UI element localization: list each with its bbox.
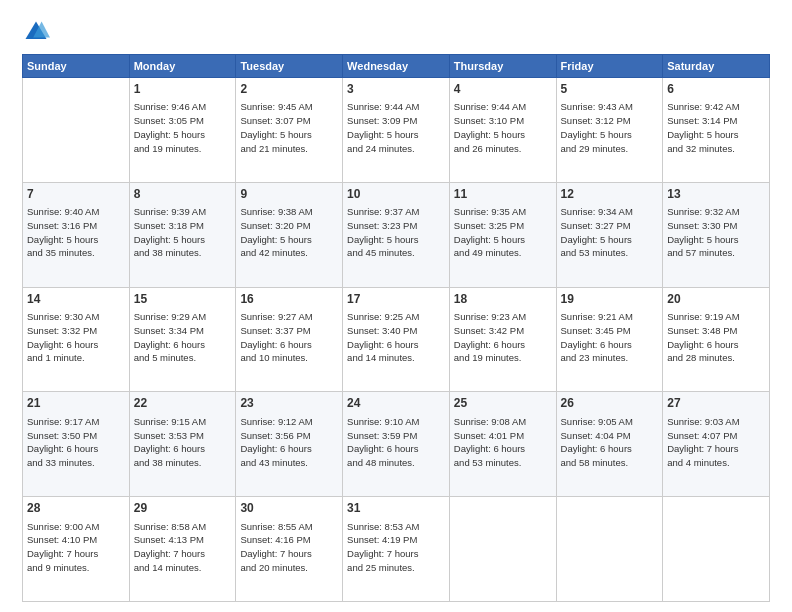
day-info-line: and 10 minutes. [240, 352, 308, 363]
day-info-line: Sunrise: 8:58 AM [134, 521, 206, 532]
day-info-line: Sunrise: 9:25 AM [347, 311, 419, 322]
day-info-line: Sunrise: 9:03 AM [667, 416, 739, 427]
calendar-cell: 10Sunrise: 9:37 AMSunset: 3:23 PMDayligh… [343, 182, 450, 287]
day-number: 23 [240, 395, 338, 412]
day-info-line: Sunrise: 8:53 AM [347, 521, 419, 532]
day-info-line: and 20 minutes. [240, 562, 308, 573]
calendar-cell: 3Sunrise: 9:44 AMSunset: 3:09 PMDaylight… [343, 78, 450, 183]
calendar-cell: 9Sunrise: 9:38 AMSunset: 3:20 PMDaylight… [236, 182, 343, 287]
day-info-line: Daylight: 6 hours [27, 339, 98, 350]
day-info-line: and 14 minutes. [347, 352, 415, 363]
day-info-line: Daylight: 6 hours [454, 443, 525, 454]
calendar-cell: 4Sunrise: 9:44 AMSunset: 3:10 PMDaylight… [449, 78, 556, 183]
day-info-line: Sunrise: 9:43 AM [561, 101, 633, 112]
day-number: 6 [667, 81, 765, 98]
day-number: 9 [240, 186, 338, 203]
day-number: 30 [240, 500, 338, 517]
day-info-line: Daylight: 7 hours [347, 548, 418, 559]
day-info-line: Daylight: 5 hours [454, 129, 525, 140]
day-info-line: Sunset: 4:16 PM [240, 534, 310, 545]
day-info-line: and 26 minutes. [454, 143, 522, 154]
day-number: 18 [454, 291, 552, 308]
day-info-line: Sunset: 3:10 PM [454, 115, 524, 126]
calendar-cell [449, 497, 556, 602]
day-info-line: Sunrise: 9:30 AM [27, 311, 99, 322]
day-info-line: Daylight: 6 hours [27, 443, 98, 454]
day-info-line: Sunrise: 9:38 AM [240, 206, 312, 217]
day-info-line: and 14 minutes. [134, 562, 202, 573]
calendar-cell: 17Sunrise: 9:25 AMSunset: 3:40 PMDayligh… [343, 287, 450, 392]
day-info-line: Daylight: 5 hours [240, 129, 311, 140]
day-info-line: and 29 minutes. [561, 143, 629, 154]
day-info-line: Daylight: 5 hours [240, 234, 311, 245]
day-info-line: Sunset: 3:45 PM [561, 325, 631, 336]
day-info-line: and 33 minutes. [27, 457, 95, 468]
day-info-line: Daylight: 5 hours [454, 234, 525, 245]
calendar-cell: 19Sunrise: 9:21 AMSunset: 3:45 PMDayligh… [556, 287, 663, 392]
day-number: 16 [240, 291, 338, 308]
day-info-line: and 28 minutes. [667, 352, 735, 363]
day-info-line: Sunset: 4:19 PM [347, 534, 417, 545]
calendar-cell: 21Sunrise: 9:17 AMSunset: 3:50 PMDayligh… [23, 392, 130, 497]
day-info-line: Sunrise: 9:37 AM [347, 206, 419, 217]
day-info-line: and 32 minutes. [667, 143, 735, 154]
day-info-line: Sunset: 3:53 PM [134, 430, 204, 441]
day-info-line: Sunrise: 9:46 AM [134, 101, 206, 112]
day-info-line: and 43 minutes. [240, 457, 308, 468]
day-info-line: Sunrise: 9:44 AM [347, 101, 419, 112]
calendar-cell: 2Sunrise: 9:45 AMSunset: 3:07 PMDaylight… [236, 78, 343, 183]
weekday-header-wednesday: Wednesday [343, 55, 450, 78]
day-number: 5 [561, 81, 659, 98]
header [22, 18, 770, 46]
calendar-week-row: 1Sunrise: 9:46 AMSunset: 3:05 PMDaylight… [23, 78, 770, 183]
calendar-table: SundayMondayTuesdayWednesdayThursdayFrid… [22, 54, 770, 602]
day-info-line: Sunrise: 9:27 AM [240, 311, 312, 322]
calendar-cell: 31Sunrise: 8:53 AMSunset: 4:19 PMDayligh… [343, 497, 450, 602]
calendar-week-row: 14Sunrise: 9:30 AMSunset: 3:32 PMDayligh… [23, 287, 770, 392]
day-info-line: Sunrise: 9:45 AM [240, 101, 312, 112]
page: SundayMondayTuesdayWednesdayThursdayFrid… [0, 0, 792, 612]
day-info-line: Sunrise: 9:32 AM [667, 206, 739, 217]
day-info-line: and 49 minutes. [454, 247, 522, 258]
day-info-line: Sunrise: 9:39 AM [134, 206, 206, 217]
day-info-line: Daylight: 5 hours [347, 234, 418, 245]
logo-icon [22, 18, 50, 46]
calendar-cell: 30Sunrise: 8:55 AMSunset: 4:16 PMDayligh… [236, 497, 343, 602]
weekday-header-saturday: Saturday [663, 55, 770, 78]
day-number: 19 [561, 291, 659, 308]
calendar-week-row: 21Sunrise: 9:17 AMSunset: 3:50 PMDayligh… [23, 392, 770, 497]
calendar-week-row: 7Sunrise: 9:40 AMSunset: 3:16 PMDaylight… [23, 182, 770, 287]
calendar-cell: 8Sunrise: 9:39 AMSunset: 3:18 PMDaylight… [129, 182, 236, 287]
day-info-line: Daylight: 5 hours [27, 234, 98, 245]
day-number: 28 [27, 500, 125, 517]
day-info-line: Daylight: 7 hours [240, 548, 311, 559]
day-number: 24 [347, 395, 445, 412]
day-number: 14 [27, 291, 125, 308]
calendar-cell: 16Sunrise: 9:27 AMSunset: 3:37 PMDayligh… [236, 287, 343, 392]
day-info-line: Sunset: 3:30 PM [667, 220, 737, 231]
day-number: 22 [134, 395, 232, 412]
day-number: 1 [134, 81, 232, 98]
day-info-line: Daylight: 6 hours [347, 443, 418, 454]
day-info-line: and 35 minutes. [27, 247, 95, 258]
calendar-cell: 27Sunrise: 9:03 AMSunset: 4:07 PMDayligh… [663, 392, 770, 497]
day-info-line: Sunrise: 9:19 AM [667, 311, 739, 322]
day-info-line: Sunrise: 9:17 AM [27, 416, 99, 427]
day-info-line: Daylight: 5 hours [134, 234, 205, 245]
day-info-line: Daylight: 6 hours [240, 443, 311, 454]
day-info-line: Daylight: 6 hours [561, 339, 632, 350]
day-info-line: Sunrise: 9:10 AM [347, 416, 419, 427]
calendar-cell: 28Sunrise: 9:00 AMSunset: 4:10 PMDayligh… [23, 497, 130, 602]
day-info-line: Sunrise: 9:40 AM [27, 206, 99, 217]
day-number: 27 [667, 395, 765, 412]
day-number: 11 [454, 186, 552, 203]
day-info-line: Sunrise: 9:42 AM [667, 101, 739, 112]
day-info-line: and 58 minutes. [561, 457, 629, 468]
day-info-line: Sunrise: 9:44 AM [454, 101, 526, 112]
day-info-line: and 9 minutes. [27, 562, 89, 573]
calendar-cell: 25Sunrise: 9:08 AMSunset: 4:01 PMDayligh… [449, 392, 556, 497]
day-info-line: and 53 minutes. [454, 457, 522, 468]
calendar-cell [23, 78, 130, 183]
calendar-cell: 29Sunrise: 8:58 AMSunset: 4:13 PMDayligh… [129, 497, 236, 602]
day-info-line: Sunset: 3:12 PM [561, 115, 631, 126]
